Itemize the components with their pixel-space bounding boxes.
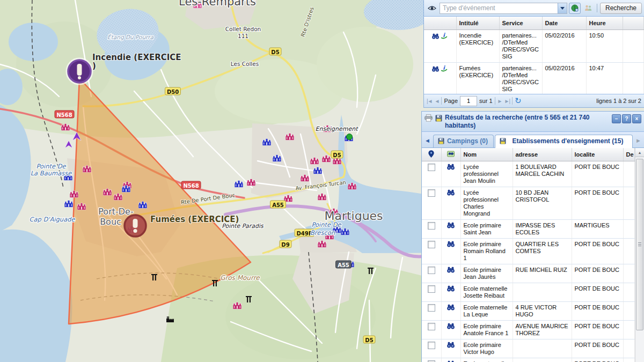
map-label: 111 <box>238 33 248 39</box>
eye-icon[interactable] <box>426 3 438 14</box>
binoculars-icon[interactable] <box>447 285 455 292</box>
last-page-icon[interactable]: ►| <box>504 98 510 104</box>
map-label: Gros Mourre <box>220 274 260 282</box>
cell-nom: Ecole maternelle Josette Reibaut <box>460 283 513 302</box>
row-checkbox[interactable] <box>428 323 435 330</box>
chevron-down-icon[interactable] <box>558 3 567 13</box>
column-header-de[interactable]: De <box>623 148 635 161</box>
column-header-pin[interactable] <box>422 148 441 161</box>
building-icon <box>138 202 147 209</box>
building-icon <box>122 186 130 193</box>
event-type-combo[interactable]: Type d'événement <box>440 3 567 14</box>
binoculars-icon[interactable] <box>432 66 439 72</box>
table-row[interactable]: Ecole maternelle La Leque4 RUE VICTOR HU… <box>422 302 635 321</box>
binoculars-icon[interactable] <box>447 323 455 329</box>
next-page-icon[interactable]: ► <box>497 98 502 104</box>
column-header-service[interactable]: Service <box>499 17 542 30</box>
column-header-filler <box>623 17 644 30</box>
globe-icon[interactable] <box>569 3 581 14</box>
building-icon <box>318 241 326 248</box>
tab-scroll-left-icon[interactable]: ◄ <box>423 136 432 145</box>
column-header-localite[interactable]: localite <box>572 148 623 161</box>
info-icon[interactable] <box>441 32 448 39</box>
svg-text:D5: D5 <box>271 49 279 55</box>
map-label: Brescon <box>310 229 335 237</box>
row-checkbox[interactable] <box>428 304 435 312</box>
prev-page-icon[interactable]: ◄ <box>435 98 440 104</box>
binoculars-icon[interactable] <box>447 267 455 273</box>
row-checkbox[interactable] <box>428 285 435 293</box>
tab-etablissements[interactable]: Etablissements d'enseignement (15) <box>495 135 633 148</box>
cell-intitule: Fumées (EXERCICE) <box>456 63 499 94</box>
search-results-panel: Résultats de la recherche (entre 5 565 e… <box>421 111 644 362</box>
table-row[interactable]: Lycée professionnel Charles Mongrand10 B… <box>422 187 635 220</box>
column-header-icons[interactable] <box>424 17 456 30</box>
table-row[interactable]: Ecole primaire Saint JeanIMPASSE DES ECO… <box>422 220 635 239</box>
binoculars-icon[interactable] <box>447 304 455 311</box>
save-icon[interactable] <box>435 114 442 124</box>
building-icon <box>273 155 281 162</box>
row-checkbox[interactable] <box>428 164 435 171</box>
cell-adresse: 4 RUE VICTOR HUGO <box>513 302 572 321</box>
binoculars-icon[interactable] <box>447 222 455 228</box>
building-icon <box>114 194 122 201</box>
info-icon[interactable] <box>441 65 448 72</box>
map-label: Cap D'Aiguade <box>29 216 75 223</box>
column-header-nom[interactable]: Nom <box>460 148 513 161</box>
column-header-heure[interactable]: Heure <box>586 17 623 30</box>
close-icon[interactable]: × <box>632 114 641 123</box>
search-button[interactable]: Recherche <box>600 3 642 14</box>
building-icon <box>77 203 86 210</box>
cell-adresse: IMPASSE DES ECOLES <box>513 220 572 239</box>
rows-summary: lignes 1 à 2 sur 2 <box>596 98 641 104</box>
row-checkbox[interactable] <box>428 222 435 230</box>
cell-nom: Ecole primaire Romain Rolland 1 <box>460 239 513 264</box>
table-row[interactable]: Incendie (EXERCICE)partenaires... /DTerM… <box>424 30 644 63</box>
cell-nom: Ecole primaire Anatole France 1 <box>460 321 513 339</box>
tab-scroll-right-icon[interactable]: ► <box>634 136 643 145</box>
building-icon <box>348 183 356 190</box>
binoculars-icon[interactable] <box>447 241 455 247</box>
cell-localite: MARTIGUES <box>572 220 623 239</box>
page-count-label: sur 1 <box>479 98 492 104</box>
building-icon <box>64 201 73 208</box>
row-checkbox[interactable] <box>428 267 435 274</box>
scroll-up-icon[interactable]: ▲ <box>635 148 644 157</box>
cell-service: partenaires... /DTerMed /DREC/SVGC SIG <box>499 30 542 63</box>
row-checkbox[interactable] <box>428 241 435 248</box>
table-row[interactable]: Ecole primaire Romain Rolland 1QUARTIER … <box>422 239 635 264</box>
events-grid: IntituléServiceDateHeure Incendie (EXERC… <box>424 17 644 94</box>
table-row[interactable]: Ecole primaire Jean JaurèsRUE MICHEL RUI… <box>422 264 635 283</box>
print-icon[interactable] <box>425 114 433 124</box>
table-row[interactable]: Fumées (EXERCICE)partenaires... /DTerMed… <box>424 63 644 94</box>
scrollbar-thumb[interactable] <box>636 159 643 330</box>
binoculars-icon[interactable] <box>447 164 455 170</box>
binoculars-icon[interactable] <box>447 189 455 196</box>
page-number-input[interactable] <box>460 96 477 106</box>
table-row[interactable]: Ecole maternellePORT DE BOUC <box>422 358 635 362</box>
column-header-intitulé[interactable]: Intitulé <box>456 17 499 30</box>
cell-nom: Ecole primaire Saint Jean <box>460 220 513 239</box>
row-checkbox[interactable] <box>428 189 435 197</box>
table-row[interactable]: Ecole maternelle Josette ReibautPORT DE … <box>422 283 635 302</box>
refresh-icon[interactable]: ↻ <box>515 98 522 104</box>
minimize-icon[interactable]: – <box>612 114 621 123</box>
table-row[interactable]: Lycée professionnel Jean Moulin1 BOULEVA… <box>422 161 635 187</box>
cell-adresse: QUARTIER LES COMTES <box>513 239 572 264</box>
table-row[interactable]: Ecole primaire Anatole France 1AVENUE MA… <box>422 321 635 339</box>
binoculars-icon[interactable] <box>432 33 439 39</box>
cell-nom: Ecole maternelle <box>460 358 513 362</box>
results-scrollbar[interactable]: ▲ <box>635 148 644 362</box>
binoculars-icon[interactable] <box>447 342 455 348</box>
cell-intitule: Incendie (EXERCICE) <box>456 30 499 63</box>
first-page-icon[interactable]: |◄ <box>427 98 433 104</box>
tab-campings[interactable]: Campings (0) <box>433 135 494 147</box>
help-icon[interactable]: ? <box>622 114 631 123</box>
row-checkbox[interactable] <box>428 342 435 349</box>
table-row[interactable]: Ecole primaire Victor HugoPORT DE BOUC <box>422 339 635 358</box>
column-header-adresse[interactable]: adresse <box>513 148 572 161</box>
svg-text:N568: N568 <box>56 112 72 118</box>
column-header-locate[interactable] <box>441 148 460 161</box>
people-icon[interactable] <box>582 3 594 14</box>
column-header-date[interactable]: Date <box>542 17 586 30</box>
